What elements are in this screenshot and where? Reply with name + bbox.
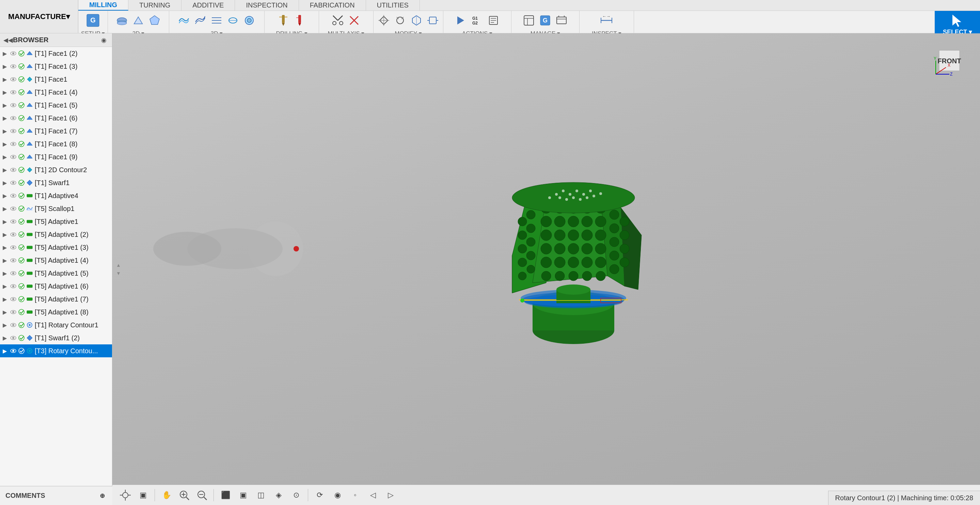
expand-arrow[interactable]: ▶ xyxy=(3,335,10,341)
visibility-icon[interactable] xyxy=(10,308,17,316)
browser-item[interactable]: ▶ [T5] Adaptive1 xyxy=(0,215,112,228)
visibility-icon[interactable] xyxy=(10,334,17,341)
expand-arrow[interactable]: ▶ xyxy=(3,50,10,57)
expand-arrow[interactable]: ▶ xyxy=(3,257,10,264)
visibility-icon[interactable] xyxy=(10,295,17,303)
collapse-button[interactable]: ◀◀ xyxy=(3,35,13,45)
2d-pocket-btn[interactable] xyxy=(147,14,162,27)
visibility-icon[interactable] xyxy=(10,218,17,225)
visibility-icon[interactable] xyxy=(10,231,17,238)
tab-inspection[interactable]: INSPECTION xyxy=(235,0,299,11)
viewport-next-btn[interactable]: ▷ xyxy=(383,488,398,503)
expand-arrow[interactable]: ▶ xyxy=(3,309,10,316)
visibility-icon[interactable] xyxy=(10,270,17,277)
manage-2-btn[interactable]: G xyxy=(538,14,553,27)
browser-item[interactable]: ▶ [T1] Face1 (6) xyxy=(0,112,112,125)
visibility-icon[interactable] xyxy=(10,321,17,329)
browser-item[interactable]: ▶ [T5] Adaptive1 (5) xyxy=(0,267,112,280)
up-arrow[interactable]: ▲ xyxy=(115,262,122,268)
3d-adaptive-btn[interactable] xyxy=(177,14,191,27)
expand-arrow[interactable]: ▶ xyxy=(3,270,10,277)
browser-item[interactable]: ▶ [T1] Rotary Contour1 xyxy=(0,319,112,332)
expand-arrow[interactable]: ▶ xyxy=(3,128,10,134)
browser-item[interactable]: ▶ [T1] Face1 xyxy=(0,73,112,86)
browser-item[interactable]: ▶ [T5] Adaptive1 (4) xyxy=(0,254,112,267)
viewport-zoom-window-btn[interactable] xyxy=(194,488,209,503)
tab-turning[interactable]: TURNING xyxy=(128,0,181,11)
actions-post-btn[interactable] xyxy=(486,14,501,27)
visibility-icon[interactable] xyxy=(10,179,17,186)
drilling-drill-btn[interactable] xyxy=(276,14,291,27)
visibility-icon[interactable] xyxy=(10,192,17,199)
visibility-icon[interactable] xyxy=(10,205,17,212)
expand-arrow[interactable]: ▶ xyxy=(3,76,10,83)
viewport-more2-btn[interactable]: ◦ xyxy=(348,488,363,503)
3d-parallel-btn[interactable] xyxy=(209,14,224,27)
browser-item[interactable]: ▶ [T5] Adaptive1 (2) xyxy=(0,228,112,241)
modify-4-btn[interactable] xyxy=(425,14,440,27)
2d-face-btn[interactable] xyxy=(115,14,129,27)
viewport-joint-btn[interactable] xyxy=(118,488,133,503)
browser-item[interactable]: ▶ [T5] Adaptive1 (6) xyxy=(0,280,112,293)
visibility-icon[interactable] xyxy=(10,114,17,122)
viewport[interactable]: ▲ ▼ FRONT X Y Z xyxy=(112,33,980,505)
visibility-icon[interactable] xyxy=(10,63,17,70)
expand-arrow[interactable]: ▶ xyxy=(3,141,10,147)
browser-item[interactable]: ▶ [T1] Face1 (7) xyxy=(0,125,112,138)
expand-arrow[interactable]: ▶ xyxy=(3,296,10,303)
browser-item[interactable]: ▶ [T5] Adaptive1 (3) xyxy=(0,241,112,254)
visibility-icon[interactable] xyxy=(10,127,17,135)
visibility-icon[interactable] xyxy=(10,244,17,251)
actions-simulate-btn[interactable] xyxy=(453,14,468,27)
multiaxis-scissors-btn[interactable] xyxy=(330,14,345,27)
3d-pocket-btn[interactable] xyxy=(242,14,257,27)
browser-item[interactable]: ▶ [T1] Face1 (2) xyxy=(0,47,112,60)
browser-item[interactable]: ▶ [T3] Rotary Contou... xyxy=(0,345,112,357)
browser-item[interactable]: ▶ [T1] Face1 (4) xyxy=(0,86,112,99)
browser-item[interactable]: ▶ [T1] Face1 (3) xyxy=(0,60,112,73)
expand-arrow[interactable]: ▶ xyxy=(3,348,10,354)
browser-item[interactable]: ▶ [T1] Swarf1 xyxy=(0,176,112,189)
visibility-icon[interactable] xyxy=(10,102,17,109)
pin-button[interactable]: ◉ xyxy=(99,35,109,45)
expand-arrow[interactable]: ▶ xyxy=(3,63,10,70)
visibility-icon[interactable] xyxy=(10,76,17,83)
visibility-icon[interactable] xyxy=(10,283,17,290)
browser-item[interactable]: ▶ [T5] Scallop1 xyxy=(0,202,112,215)
viewport-env-btn[interactable]: ◫ xyxy=(253,488,268,503)
expand-arrow[interactable]: ▶ xyxy=(3,115,10,121)
visibility-icon[interactable] xyxy=(10,347,17,354)
expand-arrow[interactable]: ▶ xyxy=(3,245,10,251)
visibility-icon[interactable] xyxy=(10,140,17,148)
expand-arrow[interactable]: ▶ xyxy=(3,179,10,186)
down-arrow[interactable]: ▼ xyxy=(115,270,122,277)
browser-item[interactable]: ▶ [T1] 2D Contour2 xyxy=(0,164,112,176)
browser-item[interactable]: ▶ [T5] Adaptive1 (8) xyxy=(0,306,112,319)
multiaxis-x-btn[interactable] xyxy=(347,14,362,27)
browser-item[interactable]: ▶ [T1] Face1 (8) xyxy=(0,138,112,151)
viewport-pan-btn[interactable]: ✋ xyxy=(159,488,174,503)
actions-g1g2-btn[interactable]: G1 G2 xyxy=(469,14,485,27)
manufacture-button[interactable]: MANUFACTURE ▾ xyxy=(0,0,78,33)
browser-item[interactable]: ▶ [T1] Face1 (5) xyxy=(0,99,112,112)
manage-3-btn[interactable] xyxy=(554,14,569,27)
visibility-icon[interactable] xyxy=(10,257,17,264)
expand-arrow[interactable]: ▶ xyxy=(3,154,10,160)
visibility-icon[interactable] xyxy=(10,153,17,160)
viewport-box-btn[interactable]: ▣ xyxy=(135,488,151,503)
expand-arrow[interactable]: ▶ xyxy=(3,283,10,290)
inspect-measure-btn[interactable]: ←→ xyxy=(597,11,616,29)
browser-item[interactable]: ▶ [T1] Swarf1 (2) xyxy=(0,332,112,345)
browser-item[interactable]: ▶ [T1] Face1 (9) xyxy=(0,151,112,164)
expand-arrow[interactable]: ▶ xyxy=(3,232,10,238)
browser-item[interactable]: ▶ [T5] Adaptive1 (7) xyxy=(0,293,112,306)
expand-arrow[interactable]: ▶ xyxy=(3,102,10,108)
viewport-effects-btn[interactable]: ◈ xyxy=(271,488,286,503)
visibility-icon[interactable] xyxy=(10,166,17,173)
browser-item[interactable]: ▶ [T1] Adaptive4 xyxy=(0,189,112,202)
modify-3-btn[interactable] xyxy=(409,14,424,27)
expand-arrow[interactable]: ▶ xyxy=(3,322,10,329)
tab-additive[interactable]: ADDITIVE xyxy=(181,0,235,11)
expand-arrow[interactable]: ▶ xyxy=(3,219,10,225)
viewport-more1-btn[interactable]: ◉ xyxy=(330,488,345,503)
